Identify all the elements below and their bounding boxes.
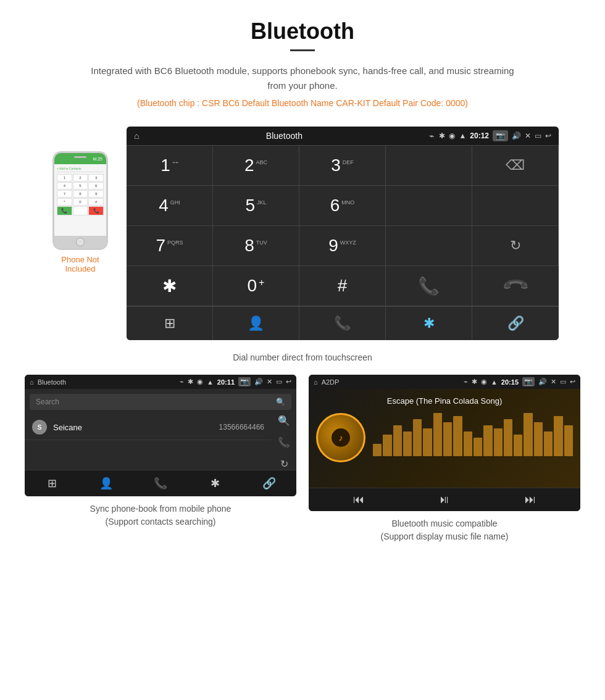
phone-key-star[interactable]: * bbox=[57, 198, 72, 206]
pb-close-icon[interactable]: ✕ bbox=[267, 378, 272, 386]
pb-search-icon[interactable]: 🔍 bbox=[278, 415, 290, 427]
search-icon[interactable]: 🔍 bbox=[276, 398, 285, 406]
equalizer-bar bbox=[524, 413, 532, 456]
nav-link-icon[interactable]: 🔗 bbox=[472, 307, 559, 340]
equalizer-bar bbox=[534, 422, 543, 456]
pb-bt-icon: ✱ bbox=[188, 378, 193, 386]
phone-key-7[interactable]: 7 bbox=[57, 190, 72, 198]
phone-key-1[interactable]: 1 bbox=[57, 174, 72, 181]
next-track-button[interactable]: ⏭ bbox=[525, 493, 536, 506]
home-icon[interactable]: ⌂ bbox=[134, 131, 139, 141]
music-caption: Bluetooth music compatible (Support disp… bbox=[381, 517, 509, 543]
phone-key-9[interactable]: 9 bbox=[88, 190, 104, 198]
pb-refresh-icon[interactable]: ↻ bbox=[280, 458, 288, 470]
dial-key-0[interactable]: 0+ bbox=[213, 266, 299, 306]
back-icon[interactable]: ↩ bbox=[545, 131, 551, 140]
phone-key-0[interactable]: 0 bbox=[73, 198, 88, 206]
dial-refresh[interactable]: ↻ bbox=[472, 226, 559, 266]
signal-icon: ▲ bbox=[459, 131, 466, 140]
pb-nav-grid[interactable]: ⊞ bbox=[25, 470, 79, 496]
dial-display-empty-4 bbox=[386, 226, 472, 266]
phonebook-screenshot-item: ⌂ Bluetooth ⌁ ✱ ◉ ▲ 20:11 📷 🔊 ✕ ▭ ↩ Sear… bbox=[25, 375, 296, 543]
dial-key-4[interactable]: 4GHI bbox=[127, 186, 213, 226]
dial-key-6[interactable]: 6MNO bbox=[299, 186, 386, 226]
equalizer-bar bbox=[433, 413, 442, 456]
dial-key-3[interactable]: 3DEF bbox=[299, 146, 386, 186]
pb-nav-contact[interactable]: 👤 bbox=[79, 470, 133, 496]
page-header: Bluetooth Integrated with BC6 Bluetooth … bbox=[0, 0, 605, 127]
dial-key-5[interactable]: 5JKL bbox=[213, 186, 299, 226]
play-pause-button[interactable]: ⏯ bbox=[439, 493, 450, 506]
phone-key-hash[interactable]: # bbox=[88, 198, 104, 206]
pb-win-icon[interactable]: ▭ bbox=[276, 378, 282, 386]
search-placeholder: Search bbox=[36, 398, 59, 406]
music-screenshot-item: ⌂ A2DP ⌁ ✱ ◉ ▲ 20:15 📷 🔊 ✕ ▭ ↩ Escape (T… bbox=[309, 375, 580, 543]
window-icon[interactable]: ▭ bbox=[535, 131, 541, 140]
pb-back-icon[interactable]: ↩ bbox=[286, 378, 291, 386]
pb-nav-link[interactable]: 🔗 bbox=[242, 470, 296, 496]
volume-icon[interactable]: 🔊 bbox=[512, 131, 521, 140]
dial-key-2[interactable]: 2ABC bbox=[213, 146, 299, 186]
phone-home-button[interactable] bbox=[76, 238, 85, 246]
dial-key-1[interactable]: 1⌁⌁ bbox=[127, 146, 213, 186]
ms-win-icon[interactable]: ▭ bbox=[560, 378, 566, 386]
dial-key-star[interactable]: ✱ bbox=[127, 266, 213, 306]
dial-backspace[interactable]: ⌫ bbox=[472, 146, 559, 186]
phone-key-5[interactable]: 5 bbox=[73, 182, 88, 190]
phone-not-included-label: Phone Not Included bbox=[46, 255, 114, 273]
camera-icon[interactable]: 📷 bbox=[493, 130, 508, 141]
pb-call-icon[interactable]: 📞 bbox=[278, 436, 290, 448]
phonebook-search[interactable]: Search 🔍 bbox=[30, 394, 291, 410]
phone-key-8[interactable]: 8 bbox=[73, 190, 88, 198]
equalizer-bar bbox=[393, 425, 402, 456]
phonebook-caption: Sync phone-book from mobile phone (Suppo… bbox=[90, 502, 232, 528]
phonebook-caption-line2: (Support contacts searching) bbox=[106, 517, 216, 527]
dial-key-9[interactable]: 9WXYZ bbox=[299, 226, 386, 266]
dial-key-hash[interactable]: # bbox=[299, 266, 386, 306]
nav-bluetooth-icon[interactable]: ✱ bbox=[386, 307, 472, 340]
nav-contact-icon[interactable]: 👤 bbox=[213, 307, 299, 340]
phone-key-2[interactable]: 2 bbox=[73, 174, 88, 181]
pb-vol-icon[interactable]: 🔊 bbox=[254, 378, 263, 386]
nav-grid-icon[interactable]: ⊞ bbox=[127, 307, 213, 340]
dial-call-red[interactable]: 📞 bbox=[472, 266, 559, 306]
ms-cam-icon[interactable]: 📷 bbox=[522, 377, 535, 386]
phone-key-empty bbox=[73, 206, 88, 215]
contact-row[interactable]: S Seicane 13566664466 bbox=[25, 415, 272, 440]
ms-back-icon[interactable]: ↩ bbox=[570, 378, 575, 386]
music-body: Escape (The Pina Colada Song) ♪ bbox=[309, 389, 580, 488]
ms-home-icon[interactable]: ⌂ bbox=[314, 378, 318, 386]
phone-key-4[interactable]: 4 bbox=[57, 182, 72, 190]
bottom-screenshots: ⌂ Bluetooth ⌁ ✱ ◉ ▲ 20:11 📷 🔊 ✕ ▭ ↩ Sear… bbox=[0, 375, 605, 543]
dial-key-8[interactable]: 8TUV bbox=[213, 226, 299, 266]
nav-phone-icon[interactable]: 📞 bbox=[299, 307, 386, 340]
phone-key-call[interactable]: 📞 bbox=[57, 206, 72, 215]
ms-bt-icon: ✱ bbox=[472, 378, 477, 386]
equalizer-bar bbox=[403, 431, 412, 456]
pb-time: 20:11 bbox=[217, 378, 235, 386]
phone-add-contact: + Add to Contacts bbox=[57, 165, 104, 172]
dial-key-7[interactable]: 7PQRS bbox=[127, 226, 213, 266]
pb-home-icon[interactable]: ⌂ bbox=[30, 378, 34, 386]
ms-vol-icon[interactable]: 🔊 bbox=[538, 378, 547, 386]
page-title: Bluetooth bbox=[12, 19, 593, 44]
title-underline bbox=[290, 49, 315, 51]
pb-nav-bt[interactable]: ✱ bbox=[188, 470, 242, 496]
equalizer-bar bbox=[453, 416, 462, 456]
music-content: ♪ bbox=[316, 413, 573, 462]
dial-call-green[interactable]: 📞 bbox=[386, 266, 472, 306]
pb-cam-icon[interactable]: 📷 bbox=[238, 377, 251, 386]
phone-key-hang[interactable]: 📞 bbox=[88, 206, 104, 215]
dial-display-empty-1 bbox=[386, 146, 472, 186]
call-red-icon: 📞 bbox=[501, 271, 530, 301]
pb-nav-phone[interactable]: 📞 bbox=[133, 470, 188, 496]
equalizer-bar bbox=[483, 425, 492, 456]
phone-screen: + Add to Contacts 1 2 3 4 5 6 7 8 9 * 0 … bbox=[54, 164, 106, 236]
prev-track-button[interactable]: ⏮ bbox=[353, 493, 364, 506]
phone-key-6[interactable]: 6 bbox=[88, 182, 104, 190]
phonebook-caption-line1: Sync phone-book from mobile phone bbox=[90, 504, 232, 514]
ms-close-icon[interactable]: ✕ bbox=[551, 378, 556, 386]
music-screen: ⌂ A2DP ⌁ ✱ ◉ ▲ 20:15 📷 🔊 ✕ ▭ ↩ Escape (T… bbox=[309, 375, 580, 511]
close-icon[interactable]: ✕ bbox=[525, 131, 531, 140]
phone-key-3[interactable]: 3 bbox=[88, 174, 104, 181]
